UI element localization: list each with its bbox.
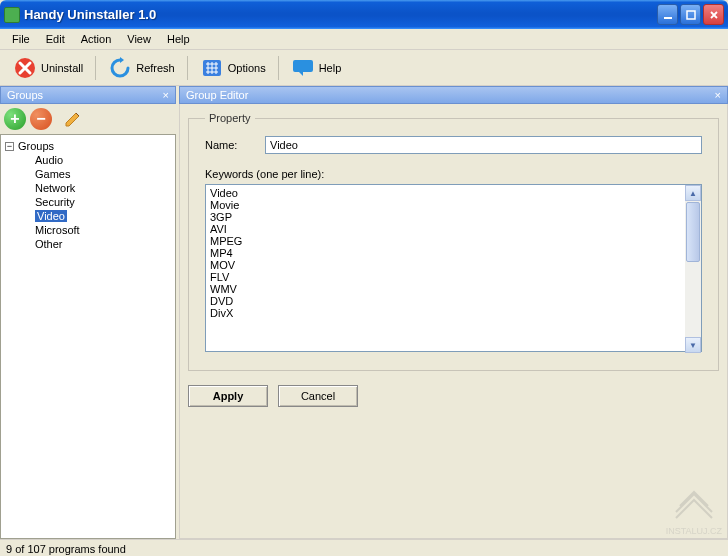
app-icon: [4, 7, 20, 23]
options-label: Options: [228, 62, 266, 74]
editor-header: Group Editor ×: [179, 86, 728, 104]
tree-item[interactable]: Security: [3, 195, 173, 209]
tree-item-label: Games: [35, 168, 70, 180]
title-bar: Handy Uninstaller 1.0: [0, 0, 728, 29]
group-editor-pane: Group Editor × Property Name: Keywords (…: [179, 86, 728, 539]
refresh-icon: [108, 56, 132, 80]
groups-close-icon[interactable]: ×: [163, 89, 169, 101]
name-field[interactable]: [265, 136, 702, 154]
collapse-icon[interactable]: −: [5, 142, 14, 151]
tree-item[interactable]: Other: [3, 237, 173, 251]
editor-close-icon[interactable]: ×: [715, 89, 721, 101]
scroll-down-arrow[interactable]: ▼: [685, 337, 701, 353]
scroll-track[interactable]: [685, 263, 701, 337]
options-button[interactable]: Options: [193, 52, 273, 84]
tree-item[interactable]: Video: [3, 209, 173, 223]
options-icon: [200, 56, 224, 80]
svg-rect-0: [664, 17, 672, 19]
groups-pane: Groups × + − − Groups AudioGamesNetworkS…: [0, 86, 176, 539]
apply-button[interactable]: Apply: [188, 385, 268, 407]
menu-file[interactable]: File: [4, 31, 38, 47]
tree-item[interactable]: Network: [3, 181, 173, 195]
menu-action[interactable]: Action: [73, 31, 120, 47]
tree-root-label: Groups: [18, 140, 54, 152]
separator: [95, 56, 96, 80]
menu-view[interactable]: View: [119, 31, 159, 47]
tree-item-label: Network: [35, 182, 75, 194]
tree-item-label: Other: [35, 238, 63, 250]
tree-item[interactable]: Microsoft: [3, 223, 173, 237]
tree-item-label: Video: [35, 210, 67, 222]
uninstall-button[interactable]: Uninstall: [6, 52, 90, 84]
help-button[interactable]: Help: [284, 52, 349, 84]
tree-root[interactable]: − Groups: [3, 139, 173, 153]
status-bar: 9 of 107 programs found: [0, 539, 728, 556]
groups-tree[interactable]: − Groups AudioGamesNetworkSecurityVideoM…: [0, 134, 176, 539]
menu-bar: File Edit Action View Help: [0, 29, 728, 50]
scroll-thumb[interactable]: [686, 202, 700, 262]
keywords-label: Keywords (one per line):: [205, 168, 702, 180]
uninstall-label: Uninstall: [41, 62, 83, 74]
scrollbar[interactable]: ▲ ▼: [685, 185, 701, 353]
separator: [278, 56, 279, 80]
property-group: Property Name: Keywords (one per line): …: [188, 112, 719, 371]
editor-header-title: Group Editor: [186, 89, 248, 101]
toolbar: Uninstall Refresh Options Help: [0, 50, 728, 86]
tree-item-label: Audio: [35, 154, 63, 166]
groups-toolbar: + −: [0, 104, 176, 134]
tree-item[interactable]: Audio: [3, 153, 173, 167]
property-legend: Property: [205, 112, 255, 124]
help-label: Help: [319, 62, 342, 74]
cancel-button[interactable]: Cancel: [278, 385, 358, 407]
uninstall-icon: [13, 56, 37, 80]
window-title: Handy Uninstaller 1.0: [24, 7, 657, 22]
tree-item[interactable]: Games: [3, 167, 173, 181]
name-label: Name:: [205, 139, 265, 151]
add-group-button[interactable]: +: [4, 108, 26, 130]
scroll-up-arrow[interactable]: ▲: [685, 185, 701, 201]
separator: [187, 56, 188, 80]
keywords-field[interactable]: [205, 184, 702, 352]
remove-group-button[interactable]: −: [30, 108, 52, 130]
svg-rect-1: [687, 11, 695, 19]
menu-help[interactable]: Help: [159, 31, 198, 47]
edit-group-button[interactable]: [62, 108, 84, 130]
tree-item-label: Security: [35, 196, 75, 208]
close-button[interactable]: [703, 4, 724, 25]
menu-edit[interactable]: Edit: [38, 31, 73, 47]
refresh-button[interactable]: Refresh: [101, 52, 182, 84]
maximize-button[interactable]: [680, 4, 701, 25]
groups-header-title: Groups: [7, 89, 43, 101]
status-text: 9 of 107 programs found: [6, 543, 126, 555]
minimize-button[interactable]: [657, 4, 678, 25]
help-icon: [291, 56, 315, 80]
refresh-label: Refresh: [136, 62, 175, 74]
groups-header: Groups ×: [0, 86, 176, 104]
tree-item-label: Microsoft: [35, 224, 80, 236]
